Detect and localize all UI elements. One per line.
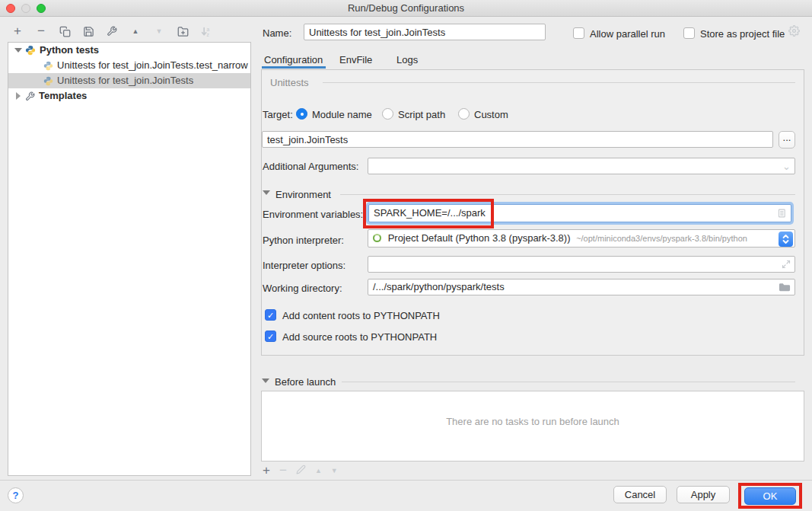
save-configuration-icon[interactable] [81,24,95,38]
add-content-roots-label: Add content roots to PYTHONPATH [282,310,440,321]
remove-task-icon[interactable]: − [279,465,287,477]
python-interpreter-select[interactable]: Project Default (Python 3.8 (pyspark-3.8… [368,229,795,248]
tree-item-test-narrow[interactable]: Unittests for test_join.JoinTests.test_n… [8,58,250,73]
browse-variables-icon[interactable] [776,208,787,219]
target-input[interactable] [262,131,773,148]
gear-icon[interactable] [788,25,800,39]
tree-item-label: Unittests for test_join.JoinTests [57,73,193,88]
python-test-icon [43,61,53,71]
store-as-project-file-checkbox[interactable] [683,27,695,39]
tree-item-label: Templates [39,88,87,104]
group-divider [323,82,795,83]
move-up-icon[interactable]: ▲ [129,24,142,38]
radio-custom-label: Custom [474,109,508,120]
active-tab-underline [262,66,326,69]
allow-parallel-run-checkbox[interactable] [573,27,584,39]
edit-templates-wrench-icon[interactable] [105,24,119,38]
radio-script-path-label: Script path [398,109,445,120]
edit-task-pencil-icon[interactable] [296,465,306,477]
remove-configuration-icon[interactable]: − [34,24,48,38]
environment-collapse-caret-icon[interactable] [263,190,270,195]
interpreter-options-input[interactable] [368,256,795,273]
collapse-caret-icon[interactable] [14,48,22,53]
environment-variables-input[interactable]: SPARK_HOME=/.../spark [368,204,791,222]
allow-parallel-run-label: Allow parallel run [590,28,665,40]
chevron-down-icon[interactable]: ⌄ [782,161,791,172]
tab-logs[interactable]: Logs [396,54,418,65]
radio-module-name[interactable] [296,108,307,120]
before-launch-collapse-caret-icon[interactable] [262,378,269,383]
additional-arguments-input[interactable]: ⌄ [368,158,795,174]
apply-button[interactable]: Apply [677,486,730,503]
move-down-icon[interactable]: ▼ [152,24,166,38]
before-launch-section-label: Before launch [275,376,336,388]
python-test-icon [43,76,53,86]
tree-item-label: Unittests for test_join.JoinTests.test_n… [57,58,248,73]
ok-button[interactable]: OK [744,487,796,505]
python-interpreter-path: ~/opt/miniconda3/envs/pyspark-3.8/bin/py… [576,234,747,243]
name-label: Name: [263,27,291,39]
unittests-group-title: Unittests [270,77,309,88]
svg-text:z: z [206,32,209,37]
working-directory-label: Working directory: [263,283,342,294]
browse-button[interactable]: ... [779,131,795,149]
working-directory-value: /.../spark/python/pyspark/tests [373,281,505,292]
title-bar: Run/Debug Configurations [0,0,812,17]
tree-item-python-tests[interactable]: Python tests [8,43,250,58]
interpreter-options-label: Interpreter options: [263,260,345,271]
conda-env-icon [373,234,381,242]
move-task-down-icon[interactable]: ▼ [331,465,338,477]
interpreter-dropdown-stepper[interactable] [779,232,793,247]
working-directory-input[interactable]: /.../spark/python/pyspark/tests [368,279,795,295]
radio-module-name-label: Module name [312,109,372,120]
footer-separator [0,480,812,481]
add-configuration-icon[interactable]: + [11,24,24,38]
svg-text:a: a [206,26,209,31]
environment-divider [340,194,795,195]
name-input[interactable] [304,24,546,40]
before-launch-empty-text: There are no tasks to run before launch [262,416,804,427]
window-title: Run/Debug Configurations [0,2,812,14]
store-as-project-file-label: Store as project file [700,28,785,40]
add-source-roots-label: Add source roots to PYTHONPATH [282,331,437,343]
configurations-tree: Python tests Unittests for test_join.Joi… [8,42,251,476]
cancel-button[interactable]: Cancel [613,486,667,503]
new-folder-icon[interactable] [176,24,189,38]
python-icon [25,45,36,56]
tree-item-jointests-selected[interactable]: Unittests for test_join.JoinTests [8,73,250,88]
environment-section-label: Environment [275,189,331,200]
add-source-roots-checkbox[interactable]: ✓ [265,331,276,342]
radio-script-path[interactable] [382,108,393,120]
before-launch-task-list[interactable]: There are no tasks to run before launch [261,391,804,461]
expand-caret-icon[interactable] [16,92,21,100]
help-button[interactable]: ? [8,487,24,503]
tab-envfile[interactable]: EnvFile [339,54,372,65]
python-interpreter-value: Project Default (Python 3.8 (pyspark-3.8… [388,232,571,244]
tree-item-templates[interactable]: Templates [8,88,250,104]
tab-configuration[interactable]: Configuration [264,54,323,65]
radio-custom[interactable] [458,108,470,120]
expand-field-icon[interactable] [782,260,791,269]
additional-arguments-label: Additional Arguments: [263,161,358,172]
move-task-up-icon[interactable]: ▲ [315,465,322,477]
target-label: Target: [263,109,293,120]
before-launch-divider [342,382,795,382]
before-launch-toolbar: + − ▲ ▼ [263,465,338,477]
environment-variables-value: SPARK_HOME=/.../spark [374,207,486,219]
tree-item-label: Python tests [40,43,99,58]
add-task-icon[interactable]: + [263,465,270,477]
python-interpreter-label: Python interpreter: [263,235,344,246]
add-content-roots-checkbox[interactable]: ✓ [265,309,276,321]
wrench-icon [25,91,35,101]
copy-configuration-icon[interactable] [58,24,72,38]
environment-variables-label: Environment variables: [263,209,363,220]
sort-alphabetically-icon[interactable]: az [199,24,213,38]
configurations-toolbar: + − ▲ ▼ az [11,24,213,38]
folder-icon[interactable] [779,282,791,292]
